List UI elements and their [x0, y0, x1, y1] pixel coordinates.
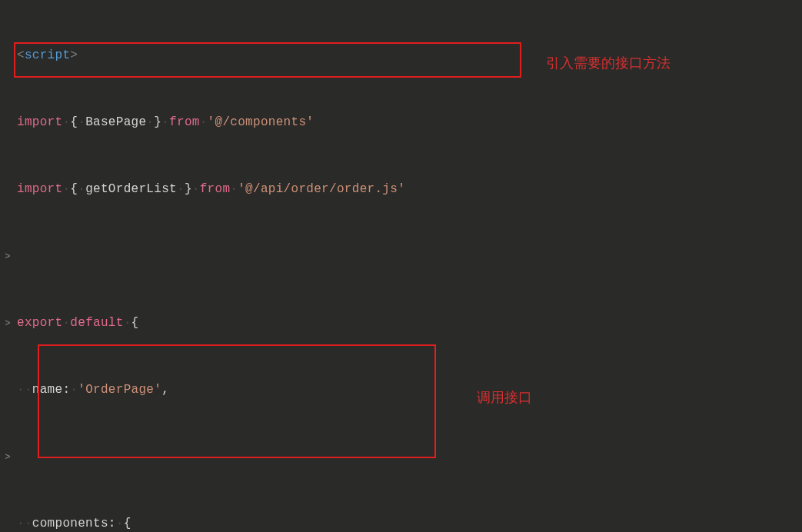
code-editor[interactable]: > > > <script> import·{·BasePage·}·from·… — [0, 0, 802, 532]
code-line: ··name:·'OrderPage', — [15, 379, 802, 401]
annotation-label-1: 引入需要的接口方法 — [546, 54, 671, 72]
code-line: ··components:·{ — [15, 513, 802, 532]
fold-icon[interactable]: > — [5, 251, 11, 262]
code-line — [15, 446, 802, 468]
code-line: import·{·BasePage·}·from·'@/components' — [15, 111, 802, 134]
code-line: <script> — [15, 45, 802, 67]
gutter-column: > > > — [0, 0, 15, 532]
code-line: import·{·getOrderList·}·from·'@/api/orde… — [15, 178, 802, 201]
fold-icon[interactable]: > — [5, 452, 11, 463]
code-line — [15, 245, 802, 268]
fold-icon[interactable]: > — [5, 318, 11, 329]
annotation-label-2: 调用接口 — [477, 388, 532, 407]
code-content[interactable]: <script> import·{·BasePage·}·from·'@/com… — [15, 0, 802, 532]
code-line: export·default·{ — [15, 312, 802, 334]
